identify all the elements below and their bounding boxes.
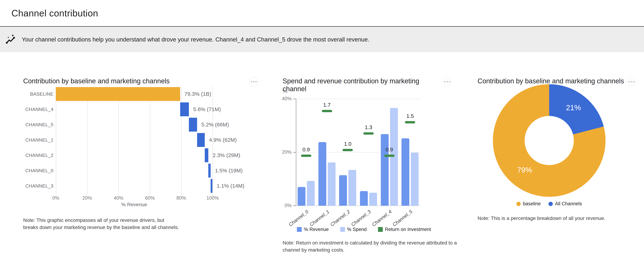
bar-value-label: 5.6% (71M) [193, 106, 221, 112]
revenue-bar[interactable] [339, 175, 347, 206]
waterfall-x-axis: 0%20%40%60%80%100% [56, 194, 234, 201]
roi-value-label: 0.9 [379, 147, 400, 153]
waterfall-row: CHANNEL_14.9% (62M) [23, 132, 258, 148]
spend-bar[interactable] [307, 181, 315, 206]
waterfall-plot: BASELINE79.3% (1B)CHANNEL_45.6% (71M)CHA… [23, 86, 258, 208]
auto-graph-insight-icon [4, 33, 17, 46]
revenue-bar[interactable] [402, 138, 409, 206]
gridline [296, 99, 420, 99]
x-tick-label: 80% [176, 195, 186, 201]
more-options-icon [444, 81, 446, 82]
spend-bar[interactable] [328, 162, 336, 206]
insight-banner-text: Your channel contributions help you unde… [22, 36, 370, 43]
category-label: CHANNEL_1 [23, 137, 54, 143]
roi-value-label: 0.9 [296, 147, 317, 153]
revenue-bar[interactable] [318, 142, 326, 206]
roi-marker[interactable] [363, 132, 374, 135]
spend-bar[interactable] [411, 153, 418, 206]
legend-item[interactable]: All Channels [548, 201, 582, 207]
y-tick-label: 40% [277, 96, 292, 101]
category-label: CHANNEL_4 [23, 107, 54, 112]
more-options-button[interactable] [627, 77, 636, 86]
roi-marker[interactable] [384, 155, 394, 157]
waterfall-rows: BASELINE79.3% (1B)CHANNEL_45.6% (71M)CHA… [23, 86, 258, 194]
waterfall-row: CHANNEL_01.5% (19M) [23, 163, 258, 178]
roi-marker[interactable] [405, 121, 415, 123]
waterfall-row: CHANNEL_45.6% (71M) [23, 102, 258, 117]
waterfall-row: CHANNEL_55.2% (66M) [23, 117, 258, 132]
donut-chart-title: Contribution by baseline and marketing c… [478, 77, 624, 85]
waterfall-bar[interactable] [205, 148, 208, 162]
bar-track: 79.3% (1B) [56, 87, 257, 101]
bar-value-label: 79.3% (1B) [184, 91, 211, 97]
revenue-bar[interactable] [360, 191, 368, 206]
bar-value-label: 2.3% (29M) [212, 152, 240, 158]
bar-value-label: 5.2% (66M) [201, 122, 229, 128]
bar-track: 1.5% (19M) [56, 164, 257, 178]
bar-track: 5.2% (66M) [56, 118, 257, 132]
grouped-bar-chart-card: Spend and revenue contribution by market… [282, 77, 452, 254]
roi-marker[interactable] [322, 110, 332, 112]
legend-swatch [297, 227, 302, 232]
slice-percentage-label: 21% [563, 103, 584, 112]
waterfall-row: CHANNEL_31.1% (14M) [23, 178, 258, 194]
legend-swatch [548, 202, 553, 206]
revenue-bar[interactable] [298, 187, 306, 206]
waterfall-row: CHANNEL_22.3% (29M) [23, 148, 258, 163]
roi-value-label: 1.5 [399, 113, 421, 119]
legend-swatch [378, 227, 383, 232]
revenue-bar[interactable] [381, 134, 389, 206]
legend-swatch [516, 202, 521, 206]
x-tick-label: 0% [52, 195, 59, 201]
more-options-icon [628, 81, 630, 82]
y-tick-label: 0% [277, 203, 292, 208]
waterfall-x-axis-label: % Revenue [56, 202, 212, 208]
waterfall-bar[interactable] [197, 133, 205, 147]
roi-value-label: 1.3 [358, 124, 379, 130]
category-label: CHANNEL_3 [23, 183, 54, 189]
waterfall-bar[interactable] [189, 118, 197, 132]
donut-chart-card: Contribution by baseline and marketing c… [478, 77, 636, 254]
spend-bar[interactable] [390, 108, 398, 206]
waterfall-bar[interactable] [211, 179, 212, 193]
legend-swatch [340, 227, 345, 232]
grouped-chart-note: Note: Return on investment is calculated… [282, 239, 472, 254]
category-label: BASELINE [23, 91, 54, 97]
waterfall-bar[interactable] [56, 87, 180, 101]
charts-row: Contribution by baseline and marketing c… [0, 52, 644, 254]
x-tick-label: 60% [145, 195, 155, 201]
x-tick-label: 40% [114, 195, 123, 201]
waterfall-bar[interactable] [180, 102, 189, 116]
insight-banner: Your channel contributions help you unde… [0, 26, 644, 52]
category-label: CHANNEL_0 [23, 168, 54, 173]
spend-bar[interactable] [369, 193, 377, 206]
waterfall-chart-title: Contribution by baseline and marketing c… [23, 77, 170, 85]
spend-bar[interactable] [348, 170, 356, 206]
legend-label: All Channels [555, 201, 582, 207]
y-tick-mark [293, 206, 296, 206]
more-options-button[interactable] [443, 77, 452, 86]
more-options-button[interactable] [249, 77, 258, 86]
bar-value-label: 1.1% (14M) [217, 183, 244, 189]
legend-item[interactable]: baseline [516, 201, 541, 207]
waterfall-row: BASELINE79.3% (1B) [23, 86, 258, 102]
roi-marker[interactable] [342, 149, 353, 151]
donut-chart[interactable]: 21%79% [493, 84, 606, 197]
x-tick-label: 20% [82, 195, 92, 201]
legend-item[interactable]: Return on Investment [378, 227, 431, 232]
legend-label: baseline [523, 201, 541, 207]
x-tick-label: 100% [206, 195, 219, 201]
donut-wrapper: 21%79% baselineAll Channels [493, 84, 606, 207]
page-header: Channel contribution [0, 0, 644, 26]
grouped-chart-title: Spend and revenue contribution by market… [282, 77, 443, 93]
waterfall-chart-card: Contribution by baseline and marketing c… [23, 77, 258, 254]
bar-track: 4.9% (62M) [56, 133, 257, 147]
roi-marker[interactable] [301, 155, 311, 157]
category-label: CHANNEL_5 [23, 122, 54, 127]
y-tick-mark [293, 99, 296, 99]
roi-value-label: 1.0 [337, 141, 358, 147]
donut-legend: baselineAll Channels [493, 201, 606, 207]
waterfall-bar[interactable] [208, 164, 211, 178]
grouped-bar-plot: 0%20%40%0.9Channel_01.7Channel_11.0Chann… [296, 99, 420, 206]
roi-value-label: 1.7 [316, 102, 338, 108]
